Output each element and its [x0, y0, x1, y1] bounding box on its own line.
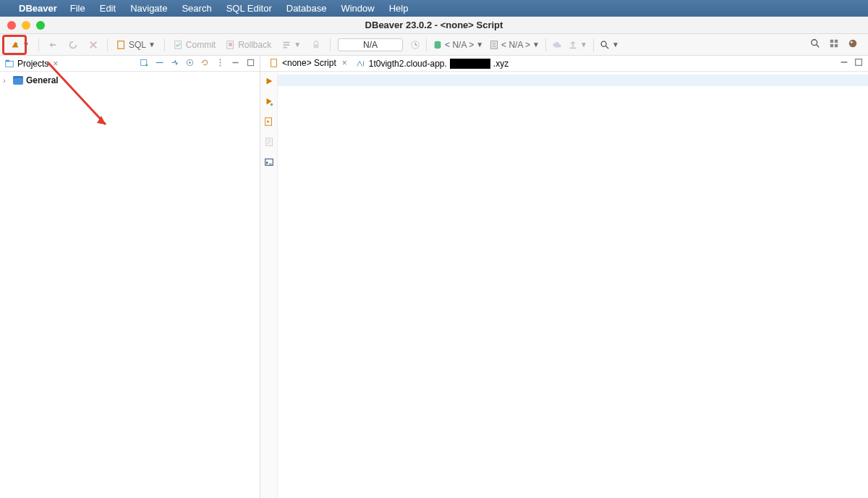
rollback-button[interactable]: Rollback: [223, 38, 274, 51]
projects-panel-header: Projects ×: [0, 56, 260, 72]
svg-rect-26: [247, 59, 253, 65]
dbeaver-perspective-icon[interactable]: [848, 38, 858, 51]
chevron-right-icon: ›: [3, 76, 10, 85]
chevron-down-icon: ▼: [476, 41, 483, 48]
maximize-editor-icon[interactable]: [854, 57, 864, 69]
svg-rect-0: [118, 41, 124, 48]
chevron-down-icon: ▼: [532, 41, 540, 48]
svg-rect-11: [830, 44, 833, 47]
editor-area: <none> Script × 1t0vigth2.cloud-app..xyz: [260, 56, 868, 498]
db-na-label: < N/A >: [445, 40, 474, 50]
menubar-app-name[interactable]: DBeaver: [19, 3, 57, 14]
editor-tabbar: <none> Script × 1t0vigth2.cloud-app..xyz: [260, 56, 868, 72]
svg-point-23: [220, 62, 221, 63]
svg-point-5: [435, 41, 441, 43]
editor-tab-connection[interactable]: 1t0vigth2.cloud-app..xyz: [352, 56, 513, 71]
explain-plan-icon[interactable]: [264, 137, 274, 150]
commit-label: Commit: [186, 40, 216, 50]
execute-new-tab-icon[interactable]: [264, 96, 274, 109]
svg-point-14: [851, 41, 853, 43]
folder-icon: [13, 76, 23, 85]
projects-panel-title: Projects: [17, 59, 48, 69]
chevron-down-icon: ▼: [294, 41, 301, 48]
svg-rect-18: [6, 59, 9, 62]
editor-gutter: [260, 72, 278, 498]
main-toolbar: ▼ SQL ▼ Commit Rollback ▼ N/A: [0, 34, 868, 56]
svg-point-21: [189, 62, 190, 63]
lock-icon[interactable]: [308, 38, 324, 51]
editor-tab-label: <none> Script: [282, 58, 336, 68]
projects-tree: › General: [0, 72, 260, 89]
tree-item-label: General: [26, 75, 59, 85]
menu-navigate[interactable]: Navigate: [130, 3, 167, 14]
editor-current-line: [278, 75, 868, 86]
editor-tab-script[interactable]: <none> Script ×: [265, 56, 352, 71]
schema-na-label: < N/A >: [501, 40, 530, 50]
history-icon[interactable]: [407, 38, 423, 51]
svg-rect-28: [841, 62, 848, 63]
disconnect-button[interactable]: [85, 38, 101, 51]
menu-window[interactable]: Window: [341, 3, 374, 14]
minimize-panel-icon[interactable]: [231, 58, 240, 69]
redacted-text: [450, 59, 490, 69]
database-selector[interactable]: < N/A > ▼: [430, 38, 486, 51]
chevron-down-icon: ▼: [148, 41, 156, 48]
minimize-editor-icon[interactable]: [839, 57, 849, 69]
schema-selector[interactable]: < N/A > ▼: [486, 38, 542, 51]
execute-script-icon[interactable]: [264, 117, 274, 130]
close-icon[interactable]: ×: [342, 58, 347, 68]
chevron-down-icon: ▼: [612, 41, 619, 48]
chevron-down-icon: ▼: [22, 41, 30, 48]
projects-icon: [4, 59, 14, 69]
script-icon: [269, 58, 279, 68]
configure-columns-icon[interactable]: [185, 58, 195, 69]
cloud-icon[interactable]: [549, 38, 565, 51]
collapse-all-icon[interactable]: [155, 58, 164, 69]
sql-editor-textarea[interactable]: [278, 72, 868, 498]
svg-rect-12: [835, 44, 838, 47]
view-menu-icon[interactable]: [216, 58, 225, 69]
connection-icon: [356, 59, 366, 69]
show-server-output-icon[interactable]: [264, 157, 274, 170]
workspace: Projects × › General: [0, 56, 868, 498]
menu-search[interactable]: Search: [182, 3, 211, 14]
close-icon[interactable]: ×: [53, 59, 58, 69]
menu-edit[interactable]: Edit: [100, 3, 116, 14]
menu-help[interactable]: Help: [389, 3, 409, 14]
editor-body: [260, 72, 868, 498]
svg-point-8: [812, 40, 817, 46]
perspective-icon[interactable]: [829, 38, 839, 51]
window-titlebar: DBeaver 23.0.2 - <none> Script: [0, 17, 868, 34]
search-icon[interactable]: ▼: [597, 38, 622, 51]
datasource-selector[interactable]: N/A: [338, 38, 403, 51]
sql-editor-button[interactable]: SQL ▼: [114, 38, 158, 51]
maximize-panel-icon[interactable]: [246, 58, 255, 69]
export-icon[interactable]: ▼: [565, 38, 590, 51]
new-connection-button[interactable]: ▼: [7, 38, 33, 51]
reconnect-button[interactable]: [65, 38, 81, 51]
chevron-down-icon: ▼: [580, 41, 587, 48]
link-editor-icon[interactable]: [170, 58, 179, 69]
editor-tab2-prefix: 1t0vigth2.cloud-app.: [369, 59, 447, 69]
new-project-icon[interactable]: [140, 58, 149, 69]
transaction-mode-button[interactable]: ▼: [278, 38, 304, 51]
toolbar-search-icon[interactable]: [810, 38, 820, 51]
svg-rect-27: [271, 59, 277, 67]
tree-root-item[interactable]: › General: [3, 75, 257, 86]
sql-label: SQL: [129, 40, 146, 50]
svg-rect-3: [314, 44, 319, 48]
connect-button[interactable]: [45, 38, 61, 51]
refresh-icon[interactable]: [200, 58, 210, 69]
menu-sql-editor[interactable]: SQL Editor: [226, 3, 272, 14]
window-title: DBeaver 23.0.2 - <none> Script: [0, 20, 868, 30]
rollback-label: Rollback: [238, 40, 271, 50]
menu-file[interactable]: File: [70, 3, 85, 14]
execute-icon[interactable]: [264, 76, 274, 89]
commit-button[interactable]: Commit: [171, 38, 218, 51]
svg-rect-25: [232, 62, 238, 63]
projects-panel: Projects × › General: [0, 56, 260, 498]
svg-rect-9: [830, 40, 833, 43]
svg-rect-29: [856, 59, 862, 66]
menu-database[interactable]: Database: [286, 3, 327, 14]
macos-menubar: DBeaver File Edit Navigate Search SQL Ed…: [0, 0, 868, 17]
